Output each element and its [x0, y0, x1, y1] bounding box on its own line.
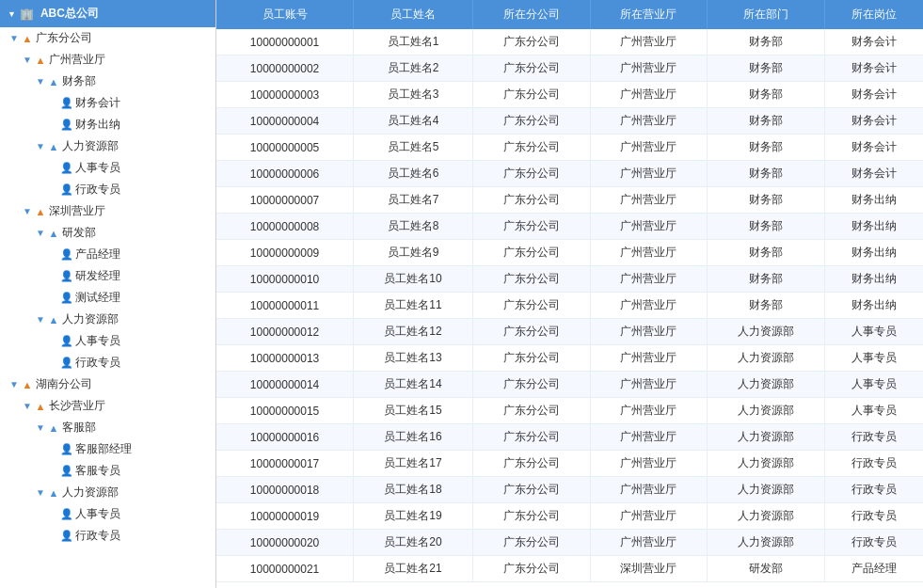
tree-node-yanfa-mgr[interactable]: ▼ 👤 研发经理 [0, 265, 215, 287]
cell-dept: 财务部 [708, 214, 825, 240]
cell-company: 广东分公司 [472, 319, 590, 345]
cell-company: 广东分公司 [472, 530, 590, 556]
cell-company: 广东分公司 [472, 398, 590, 424]
cell-pos: 行政专员 [825, 451, 924, 477]
dept-icon: ▲ [47, 421, 60, 435]
cell-id: 10000000010 [216, 266, 354, 293]
tree-node-guangdong[interactable]: ▼ ▲ 广东分公司 [0, 27, 215, 49]
cell-company: 广东分公司 [472, 372, 590, 398]
table-row[interactable]: 10000000009员工姓名9广东分公司广州营业厅财务部财务出纳 [216, 240, 923, 266]
cell-pos: 财务会计 [825, 29, 924, 56]
table-row[interactable]: 10000000016员工姓名16广东分公司广州营业厅人力资源部行政专员 [216, 424, 923, 451]
tree-node-yanfa[interactable]: ▼ ▲ 研发部 [0, 222, 215, 244]
tree-node-xingzheng-sz[interactable]: ▼ 👤 行政专员 [0, 352, 215, 373]
cell-id: 10000000004 [216, 108, 354, 135]
tree-node-caiwuhuiji[interactable]: ▼ 👤 财务会计 [0, 92, 215, 114]
table-row[interactable]: 10000000011员工姓名11广东分公司广州营业厅财务部财务出纳 [216, 293, 923, 319]
cell-hall: 广州营业厅 [590, 372, 708, 398]
cell-hall: 广州营业厅 [590, 319, 708, 345]
cell-dept: 人力资源部 [708, 503, 825, 530]
cell-id: 10000000005 [216, 135, 354, 161]
tree-node-kefu[interactable]: ▼ ▲ 客服部 [0, 417, 215, 438]
table-row[interactable]: 10000000015员工姓名15广东分公司广州营业厅人力资源部人事专员 [216, 398, 923, 424]
table-row[interactable]: 10000000021员工姓名21广东分公司深圳营业厅研发部产品经理 [216, 556, 923, 582]
table-row[interactable]: 10000000006员工姓名6广东分公司广州营业厅财务部财务会计 [216, 161, 923, 187]
tree-node-kefu-staff[interactable]: ▼ 👤 客服专员 [0, 460, 215, 482]
employee-table: 员工账号 员工姓名 所在分公司 所在营业厅 所在部门 所在岗位 10000000… [216, 0, 923, 582]
cell-hall: 广州营业厅 [590, 266, 708, 293]
table-row[interactable]: 10000000014员工姓名14广东分公司广州营业厅人力资源部人事专员 [216, 372, 923, 398]
cell-name: 员工姓名18 [354, 477, 473, 503]
cell-hall: 广州营业厅 [590, 214, 708, 240]
cell-company: 广东分公司 [472, 293, 590, 319]
table-row[interactable]: 10000000010员工姓名10广东分公司广州营业厅财务部财务出纳 [216, 266, 923, 293]
table-row[interactable]: 10000000008员工姓名8广东分公司广州营业厅财务部财务出纳 [216, 214, 923, 240]
tree-node-hunan[interactable]: ▼ ▲ 湖南分公司 [0, 373, 215, 395]
cell-company: 广东分公司 [472, 161, 590, 187]
tree-node-ceshi[interactable]: ▼ 👤 测试经理 [0, 287, 215, 309]
cell-id: 10000000016 [216, 424, 354, 451]
tree-node-chanpin[interactable]: ▼ 👤 产品经理 [0, 244, 215, 265]
cell-company: 广东分公司 [472, 56, 590, 82]
cell-hall: 广州营业厅 [590, 135, 708, 161]
cell-hall: 广州营业厅 [590, 451, 708, 477]
table-row[interactable]: 10000000012员工姓名12广东分公司广州营业厅人力资源部人事专员 [216, 319, 923, 345]
person-icon: 👤 [60, 335, 73, 348]
tree-content: ▼ ▲ 广东分公司 ▼ ▲ 广州营业厅 ▼ ▲ 财务部 ▼ 👤 财务会计 [0, 27, 215, 547]
tree-node-renshi-sz[interactable]: ▼ 👤 人事专员 [0, 330, 215, 352]
cell-name: 员工姓名6 [354, 161, 473, 187]
tree-node-guangzhou[interactable]: ▼ ▲ 广州营业厅 [0, 49, 215, 71]
tree-node-hr-cs[interactable]: ▼ ▲ 人力资源部 [0, 482, 215, 503]
person-icon: 👤 [60, 357, 73, 370]
tree-node-hr-gz[interactable]: ▼ ▲ 人力资源部 [0, 135, 215, 157]
tree-node-changsha[interactable]: ▼ ▲ 长沙营业厅 [0, 395, 215, 417]
cell-hall: 广州营业厅 [590, 503, 708, 530]
table-row[interactable]: 10000000001员工姓名1广东分公司广州营业厅财务部财务会计 [216, 29, 923, 56]
tree-node-xingzheng-gz[interactable]: ▼ 👤 行政专员 [0, 179, 215, 200]
cell-id: 10000000008 [216, 214, 354, 240]
col-header-pos: 所在岗位 [825, 0, 924, 29]
tree-root[interactable]: ▼ 🏢 ABC总公司 [0, 0, 215, 27]
table-row[interactable]: 10000000020员工姓名20广东分公司广州营业厅人力资源部行政专员 [216, 530, 923, 556]
table-row[interactable]: 10000000002员工姓名2广东分公司广州营业厅财务部财务会计 [216, 56, 923, 82]
cell-hall: 广州营业厅 [590, 477, 708, 503]
person-icon: 👤 [60, 443, 73, 456]
cell-pos: 人事专员 [825, 398, 924, 424]
dept-icon: ▲ [47, 140, 60, 153]
table-row[interactable]: 10000000017员工姓名17广东分公司广州营业厅人力资源部行政专员 [216, 451, 923, 477]
table-row[interactable]: 10000000013员工姓名13广东分公司广州营业厅人力资源部人事专员 [216, 345, 923, 372]
toggle-guangzhou: ▼ [21, 54, 34, 67]
dept-icon: ▲ [47, 75, 60, 88]
cell-hall: 广州营业厅 [590, 56, 708, 82]
table-row[interactable]: 10000000019员工姓名19广东分公司广州营业厅人力资源部行政专员 [216, 503, 923, 530]
tree-node-shenzhen[interactable]: ▼ ▲ 深圳营业厅 [0, 200, 215, 222]
tree-node-caiwuchuna[interactable]: ▼ 👤 财务出纳 [0, 114, 215, 135]
table-wrapper[interactable]: 员工账号 员工姓名 所在分公司 所在营业厅 所在部门 所在岗位 10000000… [216, 0, 923, 588]
cell-pos: 财务会计 [825, 82, 924, 108]
cell-name: 员工姓名12 [354, 319, 473, 345]
cell-id: 10000000006 [216, 161, 354, 187]
table-row[interactable]: 10000000007员工姓名7广东分公司广州营业厅财务部财务出纳 [216, 187, 923, 214]
cell-pos: 人事专员 [825, 319, 924, 345]
cell-company: 广东分公司 [472, 424, 590, 451]
table-body: 10000000001员工姓名1广东分公司广州营业厅财务部财务会计1000000… [216, 29, 923, 582]
tree-node-renshi-cs[interactable]: ▼ 👤 人事专员 [0, 503, 215, 525]
table-row[interactable]: 10000000018员工姓名18广东分公司广州营业厅人力资源部行政专员 [216, 477, 923, 503]
person-icon: 👤 [60, 270, 73, 283]
cell-dept: 人力资源部 [708, 372, 825, 398]
tree-node-caiwu[interactable]: ▼ ▲ 财务部 [0, 71, 215, 92]
col-header-company: 所在分公司 [472, 0, 590, 29]
table-row[interactable]: 10000000004员工姓名4广东分公司广州营业厅财务部财务会计 [216, 108, 923, 135]
table-row[interactable]: 10000000003员工姓名3广东分公司广州营业厅财务部财务会计 [216, 82, 923, 108]
cell-dept: 人力资源部 [708, 477, 825, 503]
cell-hall: 广州营业厅 [590, 82, 708, 108]
cell-pos: 产品经理 [825, 556, 924, 582]
tree-node-renshi-gz[interactable]: ▼ 👤 人事专员 [0, 157, 215, 179]
dept-icon: ▲ [47, 313, 60, 326]
cell-dept: 人力资源部 [708, 451, 825, 477]
cell-name: 员工姓名11 [354, 293, 473, 319]
tree-node-hr-sz[interactable]: ▼ ▲ 人力资源部 [0, 309, 215, 330]
tree-node-kefu-mgr[interactable]: ▼ 👤 客服部经理 [0, 438, 215, 460]
table-row[interactable]: 10000000005员工姓名5广东分公司广州营业厅财务部财务会计 [216, 135, 923, 161]
tree-node-xingzheng-cs[interactable]: ▼ 👤 行政专员 [0, 525, 215, 547]
